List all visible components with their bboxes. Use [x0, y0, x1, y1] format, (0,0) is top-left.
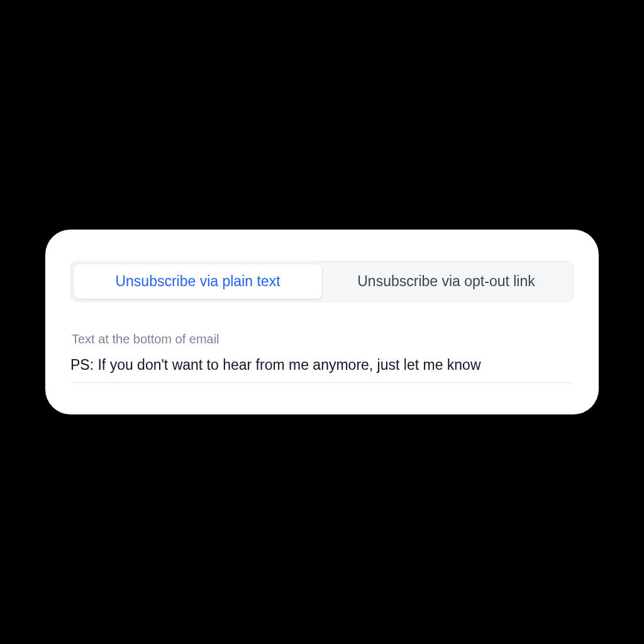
footer-text-input[interactable]	[70, 354, 574, 383]
unsubscribe-method-tabs: Unsubscribe via plain text Unsubscribe v…	[70, 261, 574, 302]
tab-plain-text[interactable]: Unsubscribe via plain text	[74, 264, 322, 299]
footer-text-label: Text at the bottom of email	[70, 332, 574, 347]
unsubscribe-settings-card: Unsubscribe via plain text Unsubscribe v…	[45, 230, 599, 414]
tab-optout-link[interactable]: Unsubscribe via opt-out link	[322, 264, 570, 299]
